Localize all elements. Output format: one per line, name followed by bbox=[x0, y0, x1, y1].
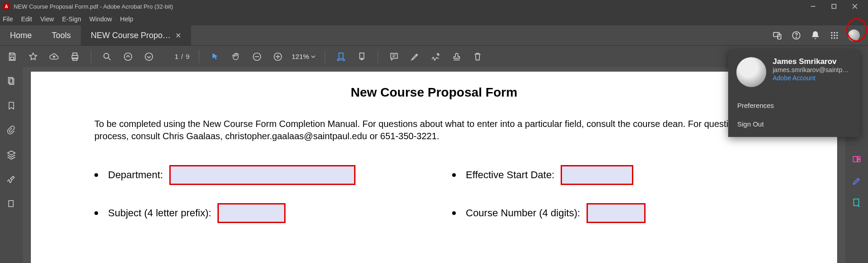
menu-edit[interactable]: Edit bbox=[21, 15, 32, 23]
account-avatar[interactable] bbox=[848, 29, 860, 41]
sign-icon[interactable] bbox=[429, 50, 443, 63]
more-panel-icon[interactable] bbox=[5, 198, 17, 209]
cloud-upload-icon[interactable] bbox=[47, 50, 61, 63]
department-label: Department: bbox=[108, 169, 163, 181]
find-icon[interactable] bbox=[100, 50, 114, 63]
field-start-date: Effective Start Date: bbox=[452, 165, 774, 185]
doc-intro: To be completed using the New Course For… bbox=[94, 118, 774, 142]
tool-panel-pink-icon[interactable] bbox=[851, 153, 863, 165]
subject-label: Subject (4 letter prefix): bbox=[108, 207, 211, 219]
save-icon[interactable] bbox=[5, 50, 19, 63]
chevron-down-icon bbox=[311, 54, 316, 59]
tab-document[interactable]: NEW Course Propo… ✕ bbox=[81, 25, 191, 45]
bell-icon[interactable] bbox=[810, 30, 821, 41]
close-tab-icon[interactable]: ✕ bbox=[175, 31, 181, 40]
svg-point-24 bbox=[124, 53, 132, 60]
svg-rect-1 bbox=[832, 5, 836, 9]
apps-grid-icon[interactable] bbox=[829, 30, 840, 41]
svg-point-11 bbox=[831, 34, 833, 36]
page-down-icon[interactable] bbox=[142, 50, 156, 63]
preferences-item[interactable]: Preferences bbox=[736, 96, 852, 115]
attachment-icon[interactable] bbox=[5, 124, 17, 136]
svg-rect-31 bbox=[339, 53, 343, 58]
print-icon[interactable] bbox=[68, 50, 82, 63]
svg-rect-17 bbox=[10, 53, 14, 55]
svg-point-15 bbox=[833, 37, 835, 39]
svg-point-14 bbox=[831, 37, 833, 39]
menu-file[interactable]: File bbox=[3, 15, 13, 23]
svg-rect-38 bbox=[9, 200, 13, 206]
star-icon[interactable] bbox=[26, 50, 40, 63]
pdf-page: New Course Proposal Form To be completed… bbox=[31, 72, 837, 263]
tool-export-teal-icon[interactable] bbox=[851, 197, 863, 209]
department-input[interactable] bbox=[169, 165, 355, 185]
tab-home[interactable]: Home bbox=[0, 25, 42, 45]
highlight-icon[interactable] bbox=[408, 50, 422, 63]
svg-point-16 bbox=[836, 37, 838, 39]
bookmark-icon[interactable] bbox=[5, 100, 17, 112]
svg-point-25 bbox=[145, 53, 153, 60]
fit-page-icon[interactable] bbox=[355, 50, 369, 63]
adobe-account-link[interactable]: Adobe Account bbox=[773, 74, 852, 82]
signature-panel-icon[interactable] bbox=[5, 173, 17, 185]
svg-rect-21 bbox=[73, 58, 77, 60]
svg-point-22 bbox=[104, 53, 109, 58]
tab-tools-label: Tools bbox=[52, 31, 71, 40]
current-page-input[interactable] bbox=[163, 53, 178, 60]
svg-rect-41 bbox=[858, 160, 860, 162]
svg-rect-39 bbox=[853, 156, 857, 162]
close-window-button[interactable] bbox=[844, 0, 865, 13]
course-number-label: Course Number (4 digits): bbox=[466, 207, 580, 219]
document-viewport[interactable]: New Course Proposal Form To be completed… bbox=[23, 67, 845, 263]
account-email: james.smrikarov@saintpa… bbox=[773, 66, 852, 73]
zoom-in-icon[interactable] bbox=[271, 50, 285, 63]
select-arrow-icon[interactable] bbox=[208, 50, 222, 63]
svg-point-9 bbox=[833, 32, 835, 34]
page-total: 9 bbox=[186, 53, 189, 60]
page-up-icon[interactable] bbox=[121, 50, 135, 63]
menu-window[interactable]: Window bbox=[89, 15, 112, 23]
bullet-icon bbox=[94, 211, 98, 215]
titlebar: A NEW Course Proposal Form.pdf - Adobe A… bbox=[0, 0, 868, 13]
zoom-out-icon[interactable] bbox=[250, 50, 264, 63]
minimize-button[interactable] bbox=[803, 0, 824, 13]
menu-view[interactable]: View bbox=[40, 15, 54, 23]
maximize-button[interactable] bbox=[824, 0, 844, 13]
field-subject: Subject (4 letter prefix): bbox=[94, 203, 416, 223]
menu-help[interactable]: Help bbox=[120, 15, 133, 23]
sign-out-item[interactable]: Sign Out bbox=[736, 115, 852, 133]
svg-point-8 bbox=[831, 32, 833, 34]
zoom-level[interactable]: 121% bbox=[292, 53, 316, 60]
field-department: Department: bbox=[94, 165, 416, 185]
stamp-icon[interactable] bbox=[450, 50, 464, 63]
svg-point-13 bbox=[836, 34, 838, 36]
thumbnails-icon[interactable] bbox=[5, 75, 17, 87]
tab-tools[interactable]: Tools bbox=[42, 25, 81, 45]
menubar: File Edit View E-Sign Window Help bbox=[0, 13, 868, 25]
window-title: NEW Course Proposal Form.pdf - Adobe Acr… bbox=[14, 3, 173, 10]
share-devices-icon[interactable] bbox=[772, 30, 783, 41]
left-navigation-rail bbox=[0, 67, 23, 263]
menu-esign[interactable]: E-Sign bbox=[62, 15, 81, 23]
svg-rect-42 bbox=[854, 199, 859, 206]
page-sep: / bbox=[181, 53, 183, 60]
page-indicator: / 9 bbox=[163, 53, 190, 60]
comment-icon[interactable] bbox=[387, 50, 401, 63]
subject-input[interactable] bbox=[217, 203, 286, 223]
tab-bar: Home Tools NEW Course Propo… ✕ bbox=[0, 25, 868, 45]
tab-home-label: Home bbox=[10, 31, 32, 40]
tool-edit-blue-icon[interactable] bbox=[851, 175, 863, 187]
bullet-icon bbox=[452, 211, 456, 215]
course-number-input[interactable] bbox=[587, 203, 646, 223]
field-course-number: Course Number (4 digits): bbox=[452, 203, 774, 223]
hand-icon[interactable] bbox=[229, 50, 243, 63]
svg-rect-4 bbox=[774, 33, 779, 37]
help-icon[interactable] bbox=[791, 30, 802, 41]
trash-icon[interactable] bbox=[471, 50, 484, 63]
page-width-icon[interactable] bbox=[334, 50, 348, 63]
start-date-input[interactable] bbox=[561, 165, 633, 185]
layers-icon[interactable] bbox=[5, 149, 17, 161]
svg-line-23 bbox=[108, 58, 111, 60]
svg-rect-18 bbox=[10, 57, 14, 59]
svg-point-7 bbox=[796, 37, 796, 38]
